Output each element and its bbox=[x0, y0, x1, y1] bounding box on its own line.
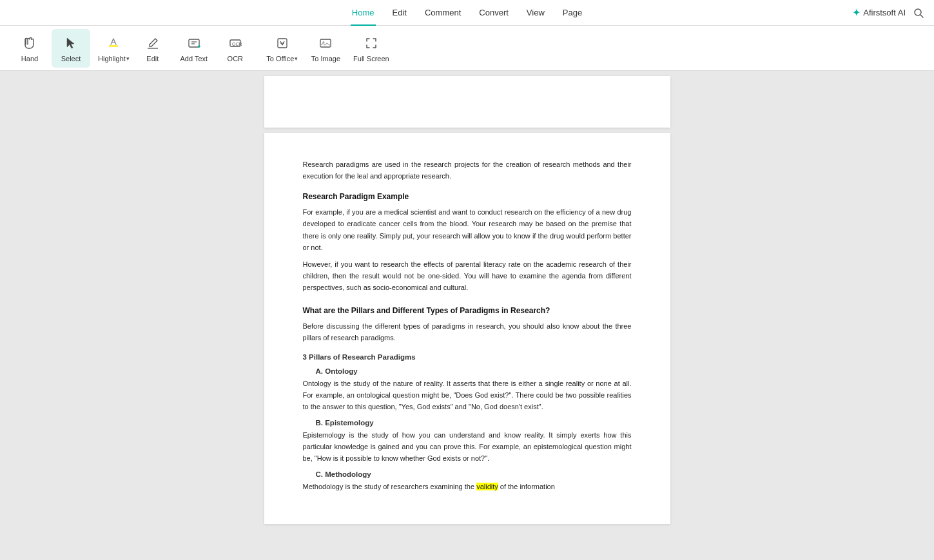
paragraph-3: Before discussing the different types of… bbox=[303, 320, 632, 343]
list-item-c: C. Methodology bbox=[316, 470, 632, 478]
add-text-tool-button[interactable]: Add Text bbox=[175, 29, 213, 68]
highlight-caret-icon: ▾ bbox=[126, 55, 130, 62]
to-office-label-row: To Office ▾ bbox=[266, 55, 298, 63]
menu-item-edit[interactable]: Edit bbox=[391, 5, 408, 20]
subheading-pillars: 3 Pillars of Research Paradigms bbox=[303, 353, 632, 361]
page-top bbox=[264, 76, 670, 128]
edit-tool-label: Edit bbox=[146, 55, 159, 63]
menu-item-convert[interactable]: Convert bbox=[478, 5, 510, 20]
select-tool-button[interactable]: Select bbox=[52, 29, 90, 68]
svg-rect-5 bbox=[189, 39, 199, 47]
paragraph-1: For example, if you are a medical scient… bbox=[303, 206, 632, 253]
add-text-tool-label: Add Text bbox=[180, 55, 208, 63]
menu-right: ✦ Afirstsoft AI bbox=[852, 0, 924, 25]
svg-text:OCR: OCR bbox=[232, 42, 242, 46]
paragraph-b: Epistemology is the study of how you can… bbox=[303, 429, 632, 464]
add-text-icon bbox=[185, 34, 203, 52]
to-office-tool-button[interactable]: To Office ▾ bbox=[257, 29, 304, 68]
full-screen-icon bbox=[362, 34, 380, 52]
highlight-validity: validity bbox=[476, 483, 498, 490]
full-screen-tool-label: Full Screen bbox=[353, 55, 389, 63]
ai-label: Afirstsoft AI bbox=[863, 8, 906, 17]
to-office-icon bbox=[273, 34, 291, 52]
menu-item-view[interactable]: View bbox=[525, 5, 546, 20]
highlight-icon bbox=[104, 34, 122, 52]
ai-badge[interactable]: ✦ Afirstsoft AI bbox=[852, 6, 906, 19]
menu-bar: Home Edit Comment Convert View Page ✦ Af… bbox=[0, 0, 934, 26]
search-button[interactable] bbox=[913, 8, 924, 18]
svg-rect-2 bbox=[109, 45, 118, 47]
left-panel bbox=[0, 71, 245, 560]
highlight-tool-label: Highlight bbox=[98, 55, 126, 63]
paragraph-c: Methodology is the study of researchers … bbox=[303, 481, 632, 492]
highlight-tool-button[interactable]: Highlight ▾ bbox=[93, 29, 131, 68]
to-office-caret-icon: ▾ bbox=[295, 55, 298, 62]
edit-icon bbox=[144, 34, 162, 52]
to-image-icon bbox=[316, 34, 335, 52]
main-content: Research paradigms are used in the resea… bbox=[0, 71, 934, 560]
svg-rect-14 bbox=[320, 39, 331, 47]
ai-star-icon: ✦ bbox=[852, 6, 861, 19]
ocr-tool-button[interactable]: OCR OCR bbox=[216, 29, 255, 68]
cursor-icon bbox=[62, 34, 80, 52]
heading-pillars: What are the Pillars and Different Types… bbox=[303, 306, 632, 315]
paragraph-2: However, if you want to research the eff… bbox=[303, 258, 632, 293]
menu-item-page[interactable]: Page bbox=[561, 5, 583, 20]
intro-paragraph: Research paradigms are used in the resea… bbox=[303, 159, 632, 182]
toolbar: Hand Select Highlight ▾ bbox=[0, 26, 934, 71]
highlight-label-row: Highlight ▾ bbox=[98, 55, 130, 63]
ocr-tool-label: OCR bbox=[228, 55, 243, 63]
to-image-tool-button[interactable]: To Image bbox=[306, 29, 345, 68]
hand-icon bbox=[21, 34, 39, 52]
hand-tool-label: Hand bbox=[21, 55, 38, 63]
full-screen-tool-button[interactable]: Full Screen bbox=[348, 29, 394, 68]
list-item-a: A. Ontology bbox=[316, 367, 632, 375]
svg-line-1 bbox=[920, 15, 923, 17]
paragraph-c-before: Methodology is the study of researchers … bbox=[303, 483, 477, 490]
to-office-tool-label: To Office bbox=[266, 55, 294, 63]
menu-items: Home Edit Comment Convert View Page bbox=[351, 5, 583, 20]
hand-tool-button[interactable]: Hand bbox=[10, 29, 49, 68]
menu-item-comment[interactable]: Comment bbox=[423, 5, 462, 20]
select-tool-label: Select bbox=[61, 55, 81, 63]
ocr-icon: OCR bbox=[226, 34, 244, 52]
paragraph-a: Ontology is the study of the nature of r… bbox=[303, 378, 632, 412]
to-image-tool-label: To Image bbox=[311, 55, 340, 63]
page-main: Research paradigms are used in the resea… bbox=[264, 133, 670, 524]
menu-item-home[interactable]: Home bbox=[351, 5, 376, 20]
heading-paradigm-example: Research Paradigm Example bbox=[303, 192, 632, 201]
edit-tool-button[interactable]: Edit bbox=[133, 29, 172, 68]
list-item-b: B. Epistemology bbox=[316, 419, 632, 427]
paragraph-c-after: of the information bbox=[498, 483, 555, 490]
right-panel bbox=[689, 71, 934, 560]
document-area: Research paradigms are used in the resea… bbox=[264, 71, 670, 560]
